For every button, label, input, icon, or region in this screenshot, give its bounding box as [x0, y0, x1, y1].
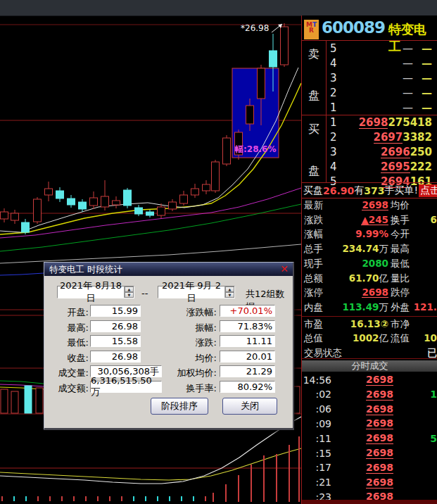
field-label: 收盘: [68, 352, 89, 365]
tape-price: 2698 [331, 462, 393, 474]
stat-value: 16.13② [350, 318, 388, 329]
stat-label: 外盘 [391, 301, 410, 314]
divider [302, 316, 437, 317]
field-value-box[interactable]: +70.01% [220, 305, 275, 317]
tape-time: :11 [302, 433, 331, 444]
candle-body [158, 207, 165, 215]
order-book-row[interactable]: 4—— [326, 56, 437, 70]
level-number: 1 [326, 116, 341, 129]
candle-body [90, 198, 98, 206]
stats-row: 总额61.70亿量比 [302, 272, 437, 286]
field-value-box[interactable]: 80.92% [220, 381, 275, 393]
order-book-row[interactable]: 5—— [326, 41, 437, 56]
stat-value: 1002亿 [353, 332, 388, 345]
candle-body [180, 195, 188, 203]
tape-time: :09 [302, 418, 331, 429]
stats-row: 内盘113.49万外盘121. [302, 301, 437, 315]
field-value-box[interactable]: 15.58 [90, 335, 141, 347]
stat-label: 涨跌 [304, 214, 323, 227]
level-volume: 222 [410, 160, 437, 173]
ma-blue [0, 273, 44, 275]
dialog-title[interactable]: 特变电工 时段统计 [44, 263, 293, 276]
close-button[interactable]: 关闭 [222, 398, 277, 415]
sell-side-label: 卖盘 [302, 47, 326, 103]
level-price: — [346, 72, 413, 84]
tape-volume: 1 [393, 389, 437, 400]
stats-row: 总值1002亿流值10 [302, 332, 437, 346]
level-volume: — [413, 42, 437, 55]
level-volume: — [413, 72, 437, 84]
tape-price: 2698 [331, 403, 393, 415]
stat-value: 10 [424, 332, 437, 344]
divider [302, 182, 437, 183]
candle-body [22, 222, 30, 232]
order-marquee: 买盘26.90有373手买单!点击 [303, 184, 437, 197]
field-label: 最高: [68, 322, 89, 334]
level-number: 1 [326, 101, 346, 114]
field-value-box[interactable]: 6,316,515.50万 [90, 381, 162, 393]
sort-button[interactable]: 阶段排序 [151, 398, 208, 415]
stats-row: 交易状态已 [302, 347, 437, 361]
spinner-up-icon[interactable]: ▲ [125, 286, 134, 292]
field-value-box[interactable]: 26.98 [90, 320, 141, 332]
stats-row: 市盈16.13②市净 [302, 318, 437, 332]
marquee-text: 手买单! [385, 184, 419, 197]
marquee-text: 买盘 [303, 184, 323, 197]
stat-label: 最高 [391, 243, 410, 256]
level-volume: — [413, 101, 437, 114]
tape-time: 14:56 [302, 374, 331, 386]
level-volume: — [413, 87, 437, 99]
level-number: 5 [326, 42, 346, 55]
order-book-row[interactable]: 226973382 [326, 130, 437, 144]
candle-body [258, 68, 265, 99]
stat-value: 2698 [362, 286, 388, 298]
field-value-box[interactable]: 11.11 [220, 335, 275, 347]
stat-label: 涨幅 [304, 228, 323, 241]
marquee-action[interactable]: 点击 [419, 184, 437, 197]
close-icon[interactable]: ✕ [280, 263, 289, 275]
date-from-input[interactable]: 2021年 8月18日 ▲▼ [57, 286, 134, 298]
candle-body [169, 202, 177, 209]
order-book-row[interactable]: 32696250 [326, 144, 437, 159]
field-value-box[interactable]: 21.29 [220, 365, 275, 377]
order-book-row[interactable]: 3—— [326, 70, 437, 85]
field-value: 15.99 [112, 305, 138, 316]
date-to-spinner[interactable]: ▲▼ [224, 286, 234, 298]
mtr-badge-icon[interactable]: MTR [304, 20, 319, 39]
indicator-yellow [0, 448, 301, 480]
field-label: 成交量: [58, 367, 89, 379]
spinner-down-icon[interactable]: ▼ [125, 292, 134, 298]
field-label: 涨跌幅: [186, 306, 217, 319]
level-price: — [346, 42, 413, 55]
ma-gray [0, 244, 301, 263]
order-book-row[interactable]: 42695222 [326, 159, 437, 174]
field-label: 最低: [68, 336, 89, 349]
candle-body [146, 212, 154, 215]
stat-value: 9.99% [355, 228, 388, 239]
stats-row: 涨幅9.99%今开 [302, 228, 437, 242]
order-book-row[interactable]: 1—— [326, 100, 437, 115]
stat-value: 121. [414, 301, 437, 313]
spinner-down-icon[interactable]: ▼ [225, 292, 234, 298]
candle-body [281, 27, 289, 65]
field-value: 26.98 [112, 351, 138, 362]
tape-header: 分时成交 [302, 360, 437, 372]
level-volume: 3382 [403, 131, 437, 144]
field-label: 成交额: [58, 382, 89, 395]
tape-price: 2698 [331, 389, 393, 401]
stat-label: 市盈 [304, 318, 323, 331]
order-book-row[interactable]: 2—— [326, 85, 437, 100]
field-value-box[interactable]: 15.99 [90, 305, 141, 317]
date-to-input[interactable]: 2021年 9月 2日 ▲▼ [158, 286, 235, 298]
spinner-up-icon[interactable]: ▲ [225, 286, 234, 292]
field-value-box[interactable]: 26.98 [90, 351, 141, 363]
tape-time: :02 [302, 389, 331, 400]
tape-price: 2698 [331, 417, 393, 429]
tape-price: 2698 [331, 432, 393, 444]
field-value: 15.58 [112, 336, 138, 346]
field-value-box[interactable]: 71.83% [220, 320, 275, 332]
field-value-box[interactable]: 20.01 [220, 351, 275, 363]
level-price: 2696 [345, 146, 410, 158]
date-from-spinner[interactable]: ▲▼ [124, 286, 134, 298]
order-book-row[interactable]: 12698275418 [326, 115, 437, 130]
